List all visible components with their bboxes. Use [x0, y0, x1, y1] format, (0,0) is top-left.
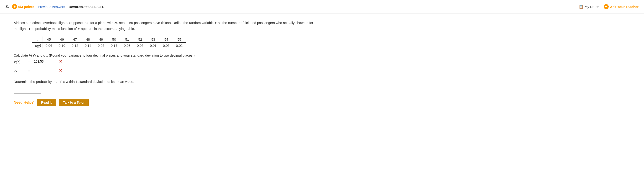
- notes-icon: 📋: [579, 5, 583, 9]
- sigma-label: σY: [14, 68, 26, 73]
- read-it-button[interactable]: Read It: [37, 99, 56, 106]
- header-bar: 3. + 0/3 points Previous Answers Devores…: [0, 0, 644, 14]
- p-val-46: 0.10: [56, 43, 68, 48]
- y-val-50: 50: [108, 37, 120, 43]
- vy-line: V(Y) = ✕: [14, 58, 402, 65]
- header-right: 📋 My Notes + Ask Your Teacher: [579, 4, 638, 9]
- p-val-49: 0.25: [94, 43, 108, 48]
- calc-section: Calculate V(Y) and σY. (Round your varia…: [14, 53, 402, 74]
- y-val-46: 46: [56, 37, 68, 43]
- y-val-47: 47: [68, 37, 82, 43]
- vy-label: V(Y): [14, 60, 26, 64]
- vy-input[interactable]: [32, 58, 57, 65]
- y-val-52: 52: [134, 37, 146, 43]
- p-val-52: 0.05: [134, 43, 146, 48]
- p-val-47: 0.12: [68, 43, 82, 48]
- problem-id: DevoresStat9 3.E.031.: [68, 5, 104, 9]
- vy-eq: =: [28, 60, 30, 64]
- p-val-45: 0.06: [42, 43, 56, 48]
- p-val-53: 0.01: [146, 43, 160, 48]
- need-help-section: Need Help? Read It Talk to a Tutor: [14, 99, 402, 106]
- my-notes-label: My Notes: [585, 5, 599, 9]
- y-val-45: 45: [42, 37, 56, 43]
- p-val-51: 0.03: [120, 43, 134, 48]
- sigma-incorrect-mark: ✕: [59, 68, 62, 73]
- ask-teacher-label: Ask Your Teacher: [610, 5, 638, 9]
- var-Y: Y: [214, 21, 217, 25]
- y-val-51: 51: [120, 37, 134, 43]
- sigma-input[interactable]: [32, 67, 57, 74]
- pmf-table: y 45 46 47 48 49 50 51 52 53 54 55 p(y) …: [32, 37, 186, 48]
- sigma-line: σY = ✕: [14, 67, 402, 74]
- problem-statement: Airlines sometimes overbook flights. Sup…: [14, 20, 402, 32]
- y-label: y: [32, 37, 42, 43]
- need-help-label: Need Help?: [14, 100, 34, 105]
- table-row-pmf: p(y) 0.06 0.10 0.12 0.14 0.25 0.17 0.03 …: [32, 43, 186, 48]
- y-val-55: 55: [173, 37, 186, 43]
- pmf-label: p(y): [32, 43, 42, 48]
- points-text: 0/3 points: [18, 5, 34, 9]
- question-number: 3.: [6, 4, 9, 9]
- calc-instruction: Calculate V(Y) and σY. (Round your varia…: [14, 53, 402, 58]
- problem-text-p3: appears in the accompanying table.: [80, 27, 135, 31]
- sigma-eq: =: [28, 69, 30, 73]
- talk-to-tutor-button[interactable]: Talk to a Tutor: [59, 99, 89, 106]
- y-val-53: 53: [146, 37, 160, 43]
- ask-teacher-button[interactable]: + Ask Your Teacher: [604, 4, 638, 9]
- points-badge: + 0/3 points: [12, 4, 34, 9]
- prob-instruction: Determine the probability that Y is with…: [14, 79, 402, 84]
- pmf-table-wrapper: y 45 46 47 48 49 50 51 52 53 54 55 p(y) …: [32, 37, 402, 48]
- my-notes-button[interactable]: 📋 My Notes: [579, 5, 599, 9]
- problem-text-p1: Airlines sometimes overbook flights. Sup…: [14, 21, 214, 25]
- prob-input[interactable]: [14, 87, 41, 94]
- var-Y2: Y: [78, 27, 80, 31]
- p-val-50: 0.17: [108, 43, 120, 48]
- main-content: Airlines sometimes overbook flights. Sup…: [0, 14, 410, 112]
- prob-section: Determine the probability that Y is with…: [14, 79, 402, 94]
- y-val-54: 54: [160, 37, 173, 43]
- vy-incorrect-mark: ✕: [59, 59, 62, 64]
- ask-teacher-plus-icon: +: [604, 4, 609, 9]
- y-val-48: 48: [82, 37, 94, 43]
- y-val-49: 49: [94, 37, 108, 43]
- p-val-54: 0.05: [160, 43, 173, 48]
- p-val-48: 0.14: [82, 43, 94, 48]
- table-row-y: y 45 46 47 48 49 50 51 52 53 54 55: [32, 37, 186, 43]
- plus-icon: +: [12, 4, 17, 9]
- p-val-55: 0.02: [173, 43, 186, 48]
- previous-answers-link[interactable]: Previous Answers: [38, 5, 65, 9]
